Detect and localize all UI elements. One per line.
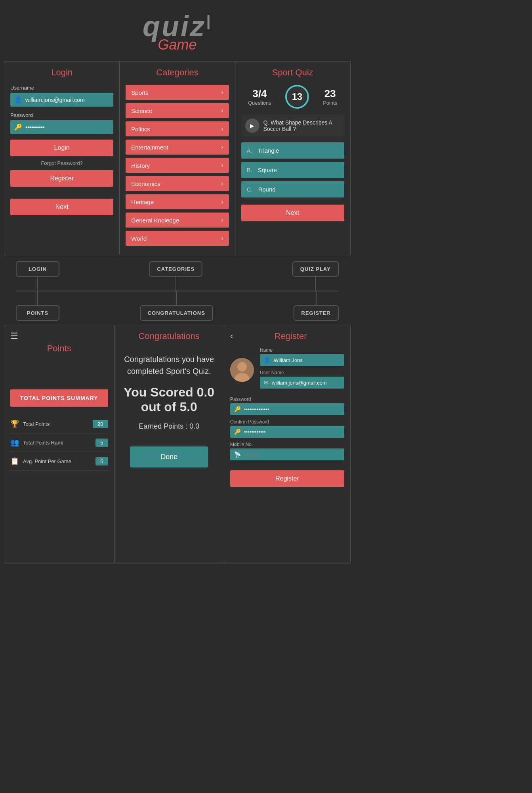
flow-categories-box: CATEGORIES [149,261,202,277]
user-avatar [230,358,254,382]
password-input-group: 🔑 [10,120,113,134]
flow-quiz-box: QUIZ PLAY [292,261,339,277]
category-item[interactable]: Economics› [126,176,229,191]
done-button[interactable]: Done [130,446,208,467]
name-label: Name [260,347,344,353]
lock-icon: 🔑 [14,123,22,131]
register-header: ‹ Register [230,331,344,341]
points-row: 🏆Total Points20 [10,415,108,433]
answer-option[interactable]: C.Round [241,181,344,197]
categories-title: Categories [126,67,229,78]
points-row: 📋Avg. Point Per Game5 [10,452,108,471]
flow-top-row: LOGIN CATEGORIES QUIZ PLAY [4,261,351,291]
points-label: Points [323,100,337,106]
flow-congrats-box: CONGRATULATIONS [140,305,213,321]
name-input[interactable] [274,357,340,363]
reg-password-input[interactable] [244,406,340,412]
category-item[interactable]: Sports› [126,85,229,100]
mobile-input-group: 📡 [230,448,344,460]
answer-option[interactable]: B.Square [241,162,344,178]
quiz-title: Sport Quiz [241,67,344,78]
points-stat: 23 Points [323,88,337,106]
flow-categories: CATEGORIES [149,261,202,291]
password-label: Password [10,112,113,118]
category-item[interactable]: History› [126,158,229,173]
play-icon: ▶ [245,119,259,133]
flow-congratulations: CONGRATULATIONS [140,291,213,321]
category-item[interactable]: Science› [126,103,229,118]
question-block: ▶ Q. What Shape Describes A Soccer Ball … [241,115,344,137]
login-next-button[interactable]: Next [10,199,113,215]
congrats-message: Congratulations you have completed Sport… [120,353,218,377]
timer-circle: 13 [285,85,309,109]
points-rows: 🏆Total Points20👥Total Points Rank5📋Avg. … [10,415,108,471]
reg-username-input[interactable] [272,380,340,386]
hamburger-icon[interactable]: ☰ [10,331,18,341]
login-button[interactable]: Login [10,140,113,156]
svg-point-1 [237,362,247,372]
flow-login-box: LOGIN [16,261,59,277]
reg-password-label: Password [230,396,344,402]
name-icon: 👤 [264,357,271,363]
avatar-row: Name 👤 User Name ✉ [230,347,344,393]
user-icon: 👤 [14,96,22,103]
questions-label: Questions [248,100,271,106]
congrats-panel: Congratulations Congratulations you have… [114,325,225,563]
reg-username-input-group: ✉ [260,377,344,389]
username-label: Username [10,85,113,91]
reg-lock-icon: 🔑 [234,406,241,412]
name-input-group: 👤 [260,354,344,366]
register-button[interactable]: Register [230,470,344,487]
username-input-group: 👤 [10,93,113,107]
register-link-button[interactable]: Register [10,170,113,187]
categories-list: Sports›Science›Politics›Entertainment›Hi… [126,85,229,246]
flow-connector-row [4,291,351,291]
email-icon: ✉ [264,379,269,386]
top-panels: Login Username 👤 Password 🔑 Login Forgot… [4,61,351,255]
congrats-earned: Earned Points : 0.0 [120,422,218,431]
mobile-label: Mobile No. [230,442,344,447]
app-header: quiz| Game [0,0,355,61]
password-input[interactable] [25,124,109,130]
quiz-next-button[interactable]: Next [241,205,344,221]
points-panel: ☰ Points TOTAL POINTS SUMMARY 🏆Total Poi… [4,325,114,563]
flow-points: POINTS [16,291,59,321]
quiz-stats: 3/4 Questions 13 23 Points [241,85,344,109]
register-title: Register [237,331,344,341]
flow-quiz-play: QUIZ PLAY [292,261,339,291]
bottom-panels: ☰ Points TOTAL POINTS SUMMARY 🏆Total Poi… [4,325,351,563]
answer-option[interactable]: A.Triangle [241,142,344,159]
flow-points-box: POINTS [16,305,59,321]
congrats-body: Congratulations you have completed Sport… [120,353,218,467]
flow-register: REGISTER [294,291,339,321]
category-item[interactable]: Politics› [126,121,229,136]
confirm-password-input[interactable] [244,429,340,435]
category-item[interactable]: General Knoledge› [126,213,229,228]
congrats-score: You Scored 0.0 out of 5.0 [120,385,218,414]
categories-panel: Categories Sports›Science›Politics›Enter… [120,61,235,255]
app-logo-game: Game [0,36,355,53]
answers-list: A.TriangleB.SquareC.Round [241,142,344,197]
reg-password-input-group: 🔑 [230,403,344,415]
questions-stat: 3/4 Questions [248,88,271,106]
total-points-button[interactable]: TOTAL POINTS SUMMARY [10,389,108,407]
confirm-password-input-group: 🔑 [230,426,344,438]
questions-fraction: 3/4 [248,88,271,100]
flow-diagram: LOGIN CATEGORIES QUIZ PLAY POINTS CONGRA… [4,261,351,321]
reg-username-label: User Name [260,370,344,375]
login-title: Login [10,67,113,78]
category-item[interactable]: Entertainment› [126,140,229,155]
forgot-password-text: Forgot Password? [10,160,113,166]
quiz-panel: Sport Quiz 3/4 Questions 13 23 Points ▶ … [235,61,350,255]
flow-login: LOGIN [16,261,59,291]
back-arrow-icon[interactable]: ‹ [230,331,233,341]
avatar-fields: Name 👤 User Name ✉ [260,347,344,393]
category-item[interactable]: Heritage› [126,194,229,209]
confirm-lock-icon: 🔑 [234,429,241,435]
timer-value: 13 [292,91,303,102]
category-item[interactable]: World› [126,231,229,246]
mobile-input[interactable] [244,452,340,458]
question-text: Q. What Shape Describes A Soccer Ball ? [263,119,340,132]
mobile-icon: 📡 [234,451,241,458]
username-input[interactable] [25,97,109,103]
